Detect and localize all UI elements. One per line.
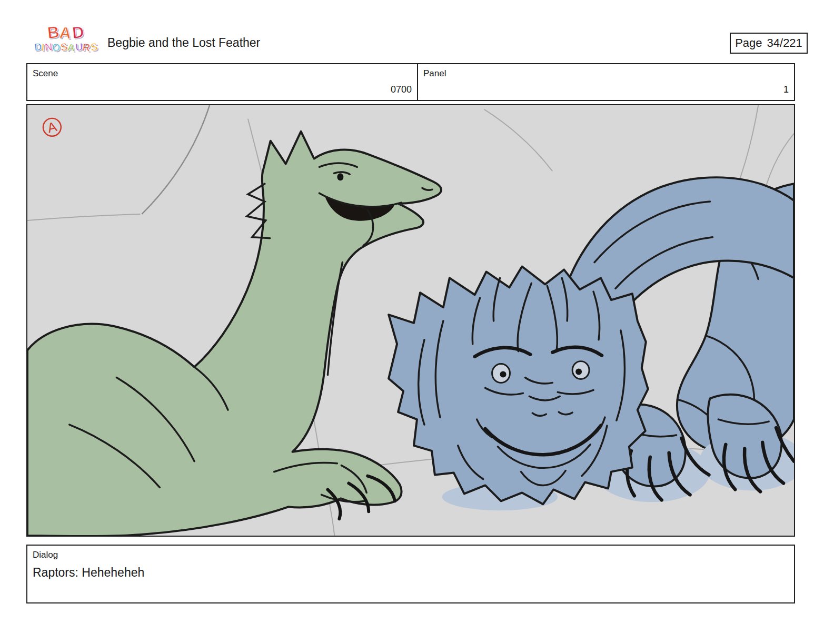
logo-letter: D [71,24,85,41]
storyboard-drawing: A [27,105,794,536]
logo-letter: A [67,42,75,53]
dialog-label: Dialog [33,550,58,560]
panel-cell: Panel 1 [417,64,794,100]
logo-line-bad: BAD [31,24,101,41]
scene-value: 0700 [391,84,412,95]
scene-cell: Scene 0700 [27,64,417,100]
scene-panel-row: Scene 0700 Panel 1 [26,63,795,101]
dialog-box: Dialog Raptors: Heheheheh [26,545,795,603]
page-value: 34/221 [767,36,802,50]
logo-letter: S [90,41,98,52]
page-number-box: Page 34/221 [730,33,808,54]
logo-letter: A [59,24,73,42]
page-label: Page [735,36,762,50]
logo-letter: R [82,42,91,53]
storyboard-frame: A [26,104,795,537]
green-raptor-eye [337,173,343,180]
panel-value: 1 [783,84,789,95]
logo-letter: O [52,42,61,53]
dialog-text: Raptors: Heheheheh [33,566,144,580]
bad-dinosaurs-logo: BAD DINOSAURS [31,24,101,52]
panel-label: Panel [423,68,446,79]
storyboard-title: Begbie and the Lost Feather [107,36,260,50]
logo-line-dinosaurs: DINOSAURS [31,42,101,52]
storyboard-page: BAD DINOSAURS Begbie and the Lost Feathe… [0,0,834,644]
scene-label: Scene [33,68,58,79]
